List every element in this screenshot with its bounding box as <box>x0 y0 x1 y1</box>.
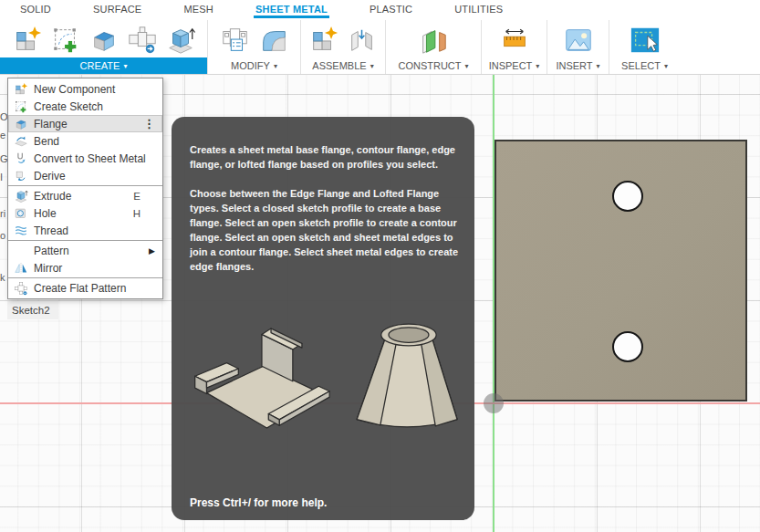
menu-item-label: Create Sketch <box>34 100 157 113</box>
create-menu-button[interactable]: CREATE▾ <box>0 57 207 74</box>
select-menu-button[interactable]: SELECT▾ <box>609 57 680 74</box>
hole-bottom[interactable] <box>612 331 643 362</box>
toolbar-button-unfold[interactable] <box>125 23 160 57</box>
toolbar-button-measure[interactable] <box>497 23 532 57</box>
joint-icon <box>347 25 378 56</box>
menu-item-label: Pattern <box>34 245 149 257</box>
menu-item-thread[interactable]: Thread <box>8 222 162 239</box>
tab-surface[interactable]: SURFACE <box>91 0 143 16</box>
create-sketch-icon <box>13 99 28 114</box>
menu-separator <box>8 277 162 278</box>
assemble-menu-button[interactable]: ASSEMBLE▾ <box>301 57 385 74</box>
mirror-icon <box>14 261 28 276</box>
tab-plastic[interactable]: PLASTIC <box>368 0 414 16</box>
unfold-icon <box>127 25 158 56</box>
component-star-icon <box>12 25 43 56</box>
toolbar-button-select-box[interactable] <box>628 23 662 57</box>
toolbar-group-select: SELECT▾ <box>609 20 680 74</box>
menu-item-hole[interactable]: HoleH <box>8 204 162 222</box>
toolbar-icons-inspect <box>482 20 547 57</box>
toolbar-button-joint[interactable] <box>345 23 380 57</box>
menu-item-label: Hole <box>34 207 133 220</box>
construct-menu-button[interactable]: CONSTRUCT▾ <box>386 57 481 74</box>
derive-icon <box>13 169 28 183</box>
select-box-icon <box>630 25 661 56</box>
create-dropdown-menu: New ComponentCreate SketchFlange⋮BendCon… <box>7 78 163 299</box>
menu-item-bend[interactable]: Bend <box>8 132 162 150</box>
menu-item-label: Create Flat Pattern <box>34 282 157 295</box>
chevron-down-icon: ▾ <box>664 63 668 70</box>
menu-item-create-sketch[interactable]: Create Sketch <box>8 98 162 115</box>
menu-item-new-component[interactable]: New Component <box>8 80 162 98</box>
menu-separator <box>8 185 162 186</box>
convert-icon <box>14 151 28 166</box>
tooltip-paragraph-2: Choose between the Edge Flange and Lofte… <box>190 186 463 274</box>
component-star-icon <box>13 82 28 97</box>
menu-item-derive[interactable]: Derive <box>8 167 162 184</box>
origin-point[interactable] <box>484 393 504 413</box>
tab-sheet-metal[interactable]: SHEET METAL <box>254 0 329 18</box>
insert-image-icon <box>563 25 594 56</box>
select-menu-label: SELECT <box>621 60 661 71</box>
hole-icon <box>13 206 28 221</box>
toolbar-button-sheet-metal-rules[interactable] <box>218 23 253 57</box>
menu-item-convert-to-sheet-metal[interactable]: Convert to Sheet Metal <box>8 150 162 167</box>
tab-mesh[interactable]: MESH <box>182 0 215 16</box>
sheet-metal-body[interactable] <box>495 140 747 402</box>
toolbar-button-corner[interactable] <box>256 23 291 57</box>
toolbar-button-construction-plane[interactable] <box>416 23 451 57</box>
submenu-arrow-icon: ▶ <box>149 246 155 256</box>
toolbar-group-assemble: ASSEMBLE▾ <box>301 20 386 74</box>
tooltip-footer: Press Ctrl+/ for more help. <box>190 496 327 509</box>
construct-menu-label: CONSTRUCT <box>398 60 461 71</box>
hole-icon <box>14 206 28 221</box>
document-tab-bar: SOLIDSURFACEMESHSHEET METALPLASTICUTILIT… <box>0 0 760 20</box>
lofted-flange-illustration <box>349 303 463 447</box>
menu-item-pattern[interactable]: Pattern▶ <box>8 242 162 259</box>
viewport-canvas[interactable]: O.eG3Iriok Sketch2 New ComponentCreate S… <box>0 75 760 532</box>
tab-utilities[interactable]: UTILITIES <box>453 0 505 16</box>
toolbar-icons-modify <box>208 20 300 57</box>
derive-icon <box>14 169 28 183</box>
inspect-menu-button[interactable]: INSPECT▾ <box>482 57 547 74</box>
toolbar-button-insert-image[interactable] <box>561 23 596 57</box>
extrude-icon <box>14 189 28 203</box>
toolbar-button-extrude[interactable] <box>163 23 198 57</box>
toolbar-button-component-star[interactable] <box>307 23 341 57</box>
component-star-icon <box>14 82 28 97</box>
hole-top[interactable] <box>612 181 643 212</box>
menu-item-label: Thread <box>34 224 157 237</box>
toolbar-group-insert: INSERT▾ <box>547 20 609 74</box>
insert-menu-button[interactable]: INSERT▾ <box>547 57 609 74</box>
create-sketch-icon <box>50 25 81 56</box>
chevron-down-icon: ▾ <box>123 63 127 70</box>
extrude-icon <box>165 25 196 56</box>
toolbar-button-flange[interactable] <box>87 23 121 57</box>
flat-pattern-icon <box>13 281 28 296</box>
sheet-metal-rules-icon <box>220 25 251 56</box>
clipped-text-fragment: I <box>0 172 7 183</box>
bend-icon <box>13 134 28 149</box>
more-options-icon[interactable]: ⋮ <box>143 117 155 130</box>
menu-item-mirror[interactable]: Mirror <box>8 259 162 276</box>
toolbar-button-create-sketch[interactable] <box>48 23 83 57</box>
toolbar-group-construct: CONSTRUCT▾ <box>386 20 482 74</box>
menu-separator <box>8 240 162 241</box>
menu-item-flange[interactable]: Flange⋮ <box>8 115 162 132</box>
modify-menu-button[interactable]: MODIFY▾ <box>208 57 300 74</box>
mirror-icon <box>13 261 28 276</box>
chevron-down-icon: ▾ <box>536 63 539 70</box>
construction-plane-icon <box>418 25 449 56</box>
tab-solid[interactable]: SOLID <box>18 0 53 16</box>
menu-item-label: Derive <box>34 170 157 183</box>
flange-icon <box>13 117 28 131</box>
toolbar-button-component-star[interactable] <box>10 23 45 57</box>
toolbar-icons-insert <box>547 20 609 57</box>
ribbon-toolbar: CREATE▾MODIFY▾ASSEMBLE▾CONSTRUCT▾INSPECT… <box>0 20 760 75</box>
clipped-text-fragment: O. <box>0 111 7 122</box>
toolbar-icons-create <box>0 20 207 57</box>
menu-item-extrude[interactable]: ExtrudeE <box>8 187 162 204</box>
toolbar-group-create: CREATE▾ <box>0 20 208 74</box>
assemble-menu-label: ASSEMBLE <box>312 60 366 71</box>
menu-item-create-flat-pattern[interactable]: Create Flat Pattern <box>8 279 162 297</box>
